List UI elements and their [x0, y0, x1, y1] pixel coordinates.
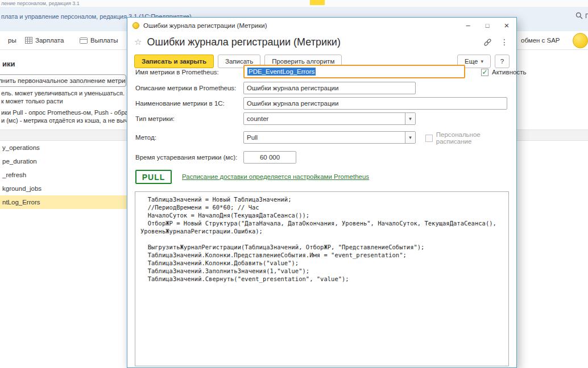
method-value: Pull [244, 132, 405, 143]
screen: ление персоналом, редакция 3.1 плата и у… [0, 0, 588, 368]
toolbar-item-partial[interactable]: ры [8, 31, 16, 49]
name-1c-input[interactable]: Ошибки журнала регистрации [243, 97, 507, 110]
window-title-partial: ление персоналом, редакция 3.1 [1, 0, 80, 7]
selected-text: PDE_EventLog_Errors [247, 68, 316, 76]
more-button-label: Еще [465, 58, 478, 65]
note-line: и (мс) - метрика отдаётся из кэша, а не … [1, 117, 134, 124]
note-line: ики Pull - опрос Prometheus-ом, Push - о… [1, 109, 128, 116]
dialog-header: ☆ Ошибки журнала регистрации (Метрики) ⋮ [127, 33, 516, 51]
ttl-label: Время устаревания метрики (мс): [135, 150, 237, 164]
metric-list-item[interactable]: kground_jobs [0, 182, 127, 195]
ttl-input[interactable]: 60 000 [243, 151, 296, 164]
personal-schedule-checkbox[interactable]: Персональное расписание [425, 131, 516, 145]
note-line: к может только расти [1, 98, 63, 104]
page-title: Ошибки журнала регистрации (Метрики) [147, 36, 340, 48]
kebab-menu-icon[interactable]: ⋮ [500, 37, 508, 47]
name-label: Имя метрики в Prometheus: [135, 65, 219, 79]
toolbar-item-payments[interactable]: Выплаты [80, 31, 118, 49]
metric-type-combo[interactable]: counter ▾ [243, 112, 416, 125]
metrics-heading-partial: ики [2, 60, 15, 68]
metric-list-item[interactable]: pe_duration [0, 154, 127, 168]
global-search[interactable]: Поиск [575, 12, 588, 19]
favorite-star-icon[interactable]: ☆ [134, 37, 142, 47]
active-checkbox-label: Активность [492, 69, 526, 76]
user-avatar[interactable] [573, 33, 588, 48]
toolbar-payments-label: Выплаты [90, 37, 118, 44]
note-line: ель. может увеличиваться и уменьшаться. [1, 90, 125, 97]
maximize-icon[interactable]: □ [478, 18, 497, 33]
search-label: Поиск [585, 12, 588, 19]
metric-list-item-selected[interactable]: ntLog_Errors [0, 195, 127, 209]
table-grid-icon [25, 37, 32, 44]
combo-dropdown-icon[interactable]: ▾ [405, 132, 415, 143]
prometheus-schedule-link[interactable]: Расписание доставки определяется настрой… [182, 170, 369, 184]
toolbar-item-sap-exchange[interactable]: обмен с SAP [521, 31, 560, 49]
os-titlebar: ление персоналом, редакция 3.1 [0, 0, 588, 7]
toolbar-item-salary[interactable]: Зарплата [25, 31, 64, 49]
search-icon [575, 12, 583, 19]
initial-fill-button[interactable]: олнить первоначальное заполнение метрик [0, 74, 126, 87]
method-label: Метод: [135, 131, 156, 144]
toolbar-salary-label: Зарплата [35, 37, 64, 44]
personal-schedule-label: Персональное расписание [436, 131, 516, 145]
checkbox-check-icon: ✓ [481, 69, 488, 76]
metric-dialog: Ошибки журнала регистрации (Метрики) – □… [127, 17, 517, 368]
dialog-titlebar-text: Ошибки журнала регистрации (Метрики) [143, 22, 458, 29]
link-icon[interactable] [483, 38, 492, 47]
chevron-down-icon: ▾ [481, 58, 483, 64]
metric-list-item[interactable]: y_operations [0, 141, 127, 154]
description-label: Описание метрики в Prometheus: [135, 81, 236, 95]
metric-list-item[interactable]: _refresh [0, 168, 127, 182]
card-icon [80, 37, 88, 44]
1c-app-icon [132, 22, 139, 29]
metric-type-value: counter [244, 113, 405, 124]
name-1c-label: Наименование метрики в 1С: [135, 97, 225, 110]
prometheus-name-input[interactable]: PDE_EventLog_Errors [243, 65, 465, 78]
combo-dropdown-icon[interactable]: ▾ [405, 113, 415, 124]
close-icon[interactable]: × [497, 18, 516, 33]
active-checkbox[interactable]: ✓ Активность [481, 65, 526, 79]
algorithm-code-editor[interactable]: ТаблицаЗначений = Новый ТаблицаЗначений;… [135, 191, 509, 366]
method-combo[interactable]: Pull ▾ [243, 131, 416, 144]
minimize-icon[interactable]: – [458, 18, 478, 33]
prometheus-description-input[interactable]: Ошибки журнала регистрации [243, 82, 416, 94]
checkbox-box [425, 135, 433, 142]
dialog-titlebar[interactable]: Ошибки журнала регистрации (Метрики) – □… [127, 18, 516, 33]
taskbar-accent [310, 0, 325, 5]
toolbar-sap-label: обмен с SAP [521, 37, 560, 44]
pull-badge: PULL [135, 170, 172, 184]
metric-type-label: Тип метрики: [135, 112, 175, 126]
toolbar-item-partial-label: ры [8, 37, 16, 44]
